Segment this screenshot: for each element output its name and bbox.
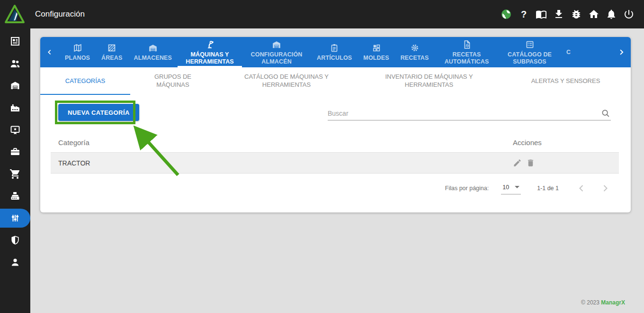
sidebar-item-configuration[interactable] bbox=[0, 209, 30, 228]
tab-label: ÁREAS bbox=[101, 55, 123, 61]
configuration-card: PLANOS ÁREAS ALMACENES MÁQUINAS Y HERRAM… bbox=[40, 37, 631, 212]
clipboard-icon bbox=[329, 43, 340, 53]
tab-almacenes[interactable]: ALMACENES bbox=[128, 37, 178, 67]
tab-label: PLANOS bbox=[65, 55, 90, 61]
tab-planos[interactable]: PLANOS bbox=[59, 37, 96, 67]
tab-articulos[interactable]: ARTÍCULOS bbox=[311, 37, 358, 67]
rows-per-page-select[interactable]: 10 bbox=[501, 183, 521, 194]
map-icon bbox=[72, 43, 83, 53]
tab-recetas[interactable]: RECETAS bbox=[395, 37, 435, 67]
column-header-categoria: Categoría bbox=[51, 138, 505, 147]
search-field bbox=[328, 106, 611, 120]
categories-table: Categoría Acciones TRACTOR bbox=[51, 133, 619, 174]
globe-icon[interactable] bbox=[501, 9, 512, 20]
subtab-label: INVENTARIO DE MÁQUINAS Y HERRAMIENTAS bbox=[375, 73, 483, 89]
tune-icon bbox=[9, 212, 21, 224]
grid-icon bbox=[371, 43, 382, 53]
sidebar-item-certifications[interactable] bbox=[0, 119, 30, 141]
sidebar-item-users[interactable] bbox=[0, 53, 30, 75]
factory-icon bbox=[9, 102, 21, 113]
pagination-range: 1-1 de 1 bbox=[537, 185, 559, 192]
app-logo-icon bbox=[4, 3, 26, 25]
warehouse-icon bbox=[271, 39, 282, 50]
rows-per-page-label: Filas por página: bbox=[445, 185, 489, 192]
tab-maquinas-y-herramientas[interactable]: MÁQUINAS Y HERRAMIENTAS bbox=[178, 37, 242, 67]
bell-icon[interactable] bbox=[606, 9, 617, 20]
next-page-button[interactable] bbox=[599, 183, 611, 194]
module-tabbar: PLANOS ÁREAS ALMACENES MÁQUINAS Y HERRAM… bbox=[40, 37, 631, 67]
caret-down-icon bbox=[515, 186, 519, 188]
sidebar-item-toolbox[interactable] bbox=[0, 141, 30, 163]
actions-cell bbox=[505, 158, 619, 167]
tab-areas[interactable]: ÁREAS bbox=[96, 37, 128, 67]
hatched-square-icon bbox=[107, 43, 117, 53]
sidebar-item-factory[interactable] bbox=[0, 97, 30, 119]
file-gear-icon bbox=[462, 39, 472, 50]
table-header-row: Categoría Acciones bbox=[51, 133, 619, 153]
new-category-button[interactable]: NUEVA CATEGORÍA bbox=[58, 104, 139, 121]
sidebar-item-pos[interactable] bbox=[0, 185, 30, 207]
sidebar-item-sales[interactable] bbox=[0, 163, 30, 185]
edit-icon[interactable] bbox=[513, 158, 522, 167]
people-icon bbox=[9, 58, 21, 69]
robot-arm-icon bbox=[205, 39, 215, 50]
gear-icon bbox=[410, 43, 420, 53]
module-tabs: PLANOS ÁREAS ALMACENES MÁQUINAS Y HERRAM… bbox=[59, 37, 612, 67]
subtab-label: ALERTAS Y SENSORES bbox=[531, 77, 600, 85]
sidebar-item-dashboard[interactable] bbox=[0, 30, 30, 53]
subtab-grupos-de-maquinas[interactable]: GRUPOS DE MÁQUINAS bbox=[130, 67, 215, 95]
page-title: Configuración bbox=[35, 9, 85, 19]
tab-configuracion-almacen[interactable]: CONFIGURACIÓN ALMACÉN bbox=[242, 37, 311, 67]
section-subtabs: CATEGORÍAS GRUPOS DE MÁQUINAS CATÁLOGO D… bbox=[40, 67, 631, 95]
subtab-label: GRUPOS DE MÁQUINAS bbox=[147, 73, 199, 89]
bug-icon[interactable] bbox=[571, 9, 582, 20]
person-icon bbox=[9, 257, 21, 268]
topbar: Configuración ? bbox=[0, 0, 644, 28]
tabs-scroll-right-button[interactable] bbox=[612, 37, 631, 67]
cart-icon bbox=[9, 168, 21, 180]
sidebar-item-security[interactable] bbox=[0, 229, 30, 251]
list-card-icon bbox=[525, 39, 535, 50]
tab-label: ARTÍCULOS bbox=[317, 55, 352, 61]
tab-partial[interactable]: C bbox=[561, 37, 577, 67]
sidebar-nav bbox=[0, 28, 30, 313]
tab-recetas-automaticas[interactable]: RECETAS AUTOMÁTICAS bbox=[435, 37, 499, 67]
subtab-alertas-y-sensores[interactable]: ALERTAS Y SENSORES bbox=[501, 67, 631, 95]
tab-label: CONFIGURACIÓN ALMACÉN bbox=[248, 51, 305, 65]
footer: © 2023 ManagrX bbox=[581, 299, 625, 306]
tab-label: MÁQUINAS Y HERRAMIENTAS bbox=[183, 51, 236, 65]
tab-label: RECETAS bbox=[401, 55, 429, 61]
topbar-icon-row: ? bbox=[501, 9, 644, 20]
subtab-categorias[interactable]: CATEGORÍAS bbox=[40, 67, 130, 95]
category-cell: TRACTOR bbox=[51, 159, 505, 167]
download-icon[interactable] bbox=[553, 9, 564, 20]
table-row: TRACTOR bbox=[51, 153, 619, 174]
sidebar-item-warehouses[interactable] bbox=[0, 74, 30, 97]
tabs-scroll-left-button[interactable] bbox=[40, 37, 59, 67]
delete-icon[interactable] bbox=[526, 158, 535, 167]
shield-icon bbox=[9, 235, 21, 246]
search-icon[interactable] bbox=[600, 108, 611, 119]
article-icon bbox=[9, 36, 21, 47]
column-header-acciones: Acciones bbox=[505, 138, 619, 147]
tab-label: MOLDES bbox=[363, 55, 389, 61]
tab-catalogo-de-subpasos[interactable]: CATÁLOGO DE SUBPASOS bbox=[499, 37, 561, 67]
subtab-label: CATEGORÍAS bbox=[65, 77, 105, 85]
search-input[interactable] bbox=[328, 110, 600, 117]
sidebar-item-account[interactable] bbox=[0, 251, 30, 274]
home-icon[interactable] bbox=[588, 9, 599, 20]
previous-page-button[interactable] bbox=[576, 183, 587, 194]
register-icon bbox=[9, 190, 21, 202]
help-icon[interactable]: ? bbox=[518, 9, 529, 20]
pagination-bar: Filas por página: 10 1-1 de 1 bbox=[445, 179, 611, 197]
tab-label: C bbox=[566, 49, 571, 55]
certificate-icon bbox=[9, 124, 21, 136]
warehouse-icon bbox=[9, 80, 21, 91]
power-icon[interactable] bbox=[623, 9, 635, 20]
book-icon[interactable] bbox=[536, 9, 547, 20]
tab-moldes[interactable]: MOLDES bbox=[358, 37, 394, 67]
brand-link[interactable]: ManagrX bbox=[601, 299, 625, 306]
subtab-inventario-maquinas-herramientas[interactable]: INVENTARIO DE MÁQUINAS Y HERRAMIENTAS bbox=[358, 67, 501, 95]
subtab-catalogo-maquinas-herramientas[interactable]: CATÁLOGO DE MÁQUINAS Y HERRAMIENTAS bbox=[215, 67, 358, 95]
rows-per-page-value: 10 bbox=[502, 184, 509, 191]
